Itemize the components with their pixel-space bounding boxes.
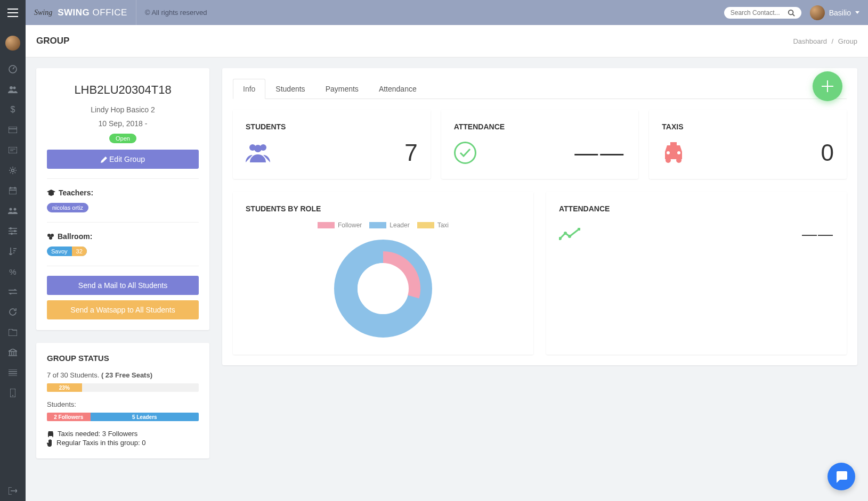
search-button[interactable]	[788, 9, 795, 17]
users-icon	[246, 143, 270, 162]
attendance-chart-value: ——	[802, 226, 834, 243]
sidebar-mobile[interactable]	[0, 383, 26, 403]
teachers-label: Teachers:	[47, 188, 199, 197]
pencil-icon	[101, 157, 107, 163]
sidebar-list[interactable]	[0, 363, 26, 383]
svg-point-20	[254, 145, 262, 152]
ballroom-tag[interactable]: Savoy 32	[47, 247, 87, 256]
breadcrumb-root[interactable]: Dashboard	[793, 37, 827, 45]
svg-point-27	[358, 263, 409, 314]
svg-point-3	[13, 87, 16, 89]
group-name: Lindy Hop Basico 2	[47, 105, 199, 114]
svg-point-23	[676, 158, 682, 163]
svg-point-17	[49, 236, 52, 240]
tab-info[interactable]: Info	[233, 79, 265, 99]
sidebar-avatar[interactable]	[5, 36, 20, 51]
role-split-bar: 2 Followers 5 Leaders	[47, 413, 199, 421]
svg-point-14	[12, 395, 13, 396]
group-date: 10 Sep, 2018 -	[47, 119, 199, 128]
sidebar-transfer[interactable]	[0, 282, 26, 302]
building-icon	[47, 233, 54, 240]
tab-students[interactable]: Students	[265, 79, 315, 98]
check-circle-icon	[454, 142, 476, 164]
tab-payments[interactable]: Payments	[315, 79, 369, 98]
sidebar-sort[interactable]	[0, 241, 26, 261]
svg-point-11	[14, 230, 16, 232]
svg-point-9	[14, 208, 17, 211]
breadcrumb-current[interactable]: Group	[838, 37, 857, 45]
group-status-card: GROUP STATUS 7 of 30 Students. ( 23 Free…	[36, 343, 209, 458]
sidebar-bank[interactable]	[0, 342, 26, 363]
svg-point-12	[11, 233, 13, 235]
svg-rect-4	[9, 127, 17, 133]
stat-students: STUDENTS 7	[233, 110, 431, 179]
rights-text: © All rights reserved	[136, 9, 207, 17]
main-panel: Info Students Payments Attendance STUDEN…	[222, 68, 857, 365]
trend-icon	[559, 228, 580, 241]
page-header: GROUP Dashboard / Group	[26, 25, 868, 58]
graduation-cap-icon	[47, 190, 55, 196]
sidebar-refresh[interactable]	[0, 302, 26, 322]
sidebar-cards[interactable]	[0, 120, 26, 140]
stat-attendance: ATTENDANCE ——	[441, 110, 639, 179]
tab-attendance[interactable]: Attendance	[369, 79, 427, 98]
tabs: Info Students Payments Attendance	[233, 79, 847, 99]
user-menu[interactable]: Basilio	[810, 5, 859, 20]
plus-icon	[822, 80, 833, 92]
send-mail-button[interactable]: Send a Mail to All Students	[47, 276, 199, 295]
search-input[interactable]	[731, 9, 788, 17]
brand-logo[interactable]: Swing SWING OFFICE	[26, 0, 136, 25]
add-fab[interactable]	[813, 71, 842, 101]
occupancy-progress: 23%	[47, 383, 199, 392]
edit-group-button[interactable]: Edit Group	[47, 150, 199, 169]
students-by-role-chart: STUDENTS BY ROLE Follower Leader Taxi	[233, 192, 533, 355]
svg-point-29	[564, 232, 567, 235]
send-whatsapp-button[interactable]: Send a Watsapp to All Students	[47, 300, 199, 319]
svg-point-2	[10, 86, 13, 89]
svg-point-30	[568, 235, 571, 238]
sidebar: $ %	[0, 25, 26, 469]
sidebar-calendar[interactable]	[0, 180, 26, 201]
hand-icon	[47, 439, 53, 447]
sidebar-payments[interactable]: $	[0, 100, 26, 120]
logo-text: SWING OFFICE	[58, 7, 127, 18]
svg-point-25	[677, 151, 680, 154]
seat-count-line: 7 of 30 Students. ( 23 Free Seats)	[47, 371, 199, 379]
hamburger-menu[interactable]	[0, 0, 26, 25]
taxi-icon	[662, 142, 685, 163]
topbar: Swing SWING OFFICE © All rights reserved…	[0, 0, 868, 25]
regular-taxis-line: Regular Taxis in this group: 0	[47, 439, 199, 447]
sidebar-dashboard[interactable]	[0, 59, 26, 79]
svg-point-10	[10, 227, 12, 229]
stat-taxis-value: 0	[821, 139, 834, 166]
sidebar-receipts[interactable]	[0, 140, 26, 160]
sidebar-groups[interactable]	[0, 201, 26, 221]
teacher-tag[interactable]: nicolas ortiz	[47, 203, 88, 212]
ballroom-label: Ballroom:	[47, 232, 199, 241]
stat-attendance-value: ——	[574, 139, 626, 166]
logo-script: Swing	[34, 9, 52, 17]
svg-point-8	[10, 208, 12, 211]
sidebar-percent[interactable]: %	[0, 261, 26, 282]
car-icon	[47, 431, 54, 437]
svg-rect-21	[670, 142, 677, 145]
chart-legend: Follower Leader Taxi	[246, 221, 521, 229]
svg-point-16	[51, 234, 54, 237]
user-avatar-icon	[810, 5, 825, 20]
stat-students-value: 7	[404, 139, 417, 166]
sidebar-folder[interactable]	[0, 322, 26, 342]
attendance-chart: ATTENDANCE ——	[546, 192, 847, 355]
sidebar-users[interactable]	[0, 79, 26, 100]
svg-point-6	[12, 169, 14, 172]
students-split-label: Students:	[47, 400, 199, 408]
taxis-needed-line: Taxis needed: 3 Followers	[47, 430, 199, 438]
svg-rect-7	[9, 188, 17, 194]
group-info-card: LHB2LU20304T18 Lindy Hop Basico 2 10 Sep…	[36, 68, 209, 330]
sidebar-settings[interactable]	[0, 160, 26, 180]
stat-taxis: TAXIS 0	[649, 110, 847, 179]
breadcrumb: Dashboard / Group	[793, 37, 857, 45]
status-badge: Open	[109, 134, 136, 143]
user-name: Basilio	[829, 9, 851, 17]
group-code: LHB2LU20304T18	[47, 79, 199, 97]
sidebar-sliders[interactable]	[0, 221, 26, 241]
